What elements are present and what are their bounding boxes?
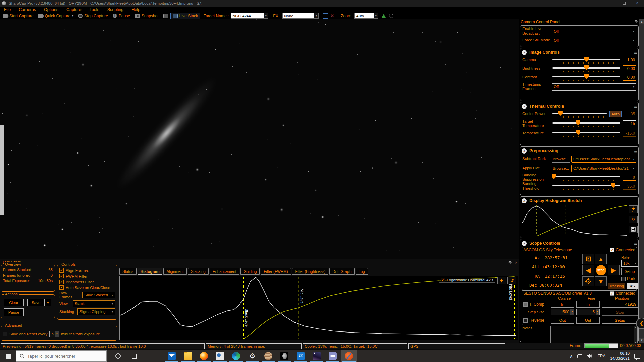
reverse-checkbox[interactable]: Reverse [523, 318, 544, 323]
search-input[interactable] [27, 354, 98, 359]
brightness-value[interactable]: 0,00 [623, 65, 636, 72]
collapse-section-icon[interactable]: ∧ [522, 104, 527, 109]
chevron-down-icon[interactable]: ▾ [72, 14, 73, 17]
taskbar-item-capture-tool[interactable] [212, 350, 228, 362]
reticle-tool-icon[interactable] [389, 14, 393, 18]
tracking-button[interactable]: Tracking [608, 283, 625, 289]
taskbar-item-discord[interactable] [325, 350, 341, 362]
start-button[interactable] [0, 350, 16, 362]
flat-file-select[interactable]: C:\Users\SharkFleet\Desktop\21_2...▾ [571, 165, 636, 172]
snapshot-button[interactable]: Snapshot [135, 14, 159, 18]
taskbar-item-sharpcap[interactable] [341, 350, 357, 362]
section-menu-icon[interactable]: ≡ [634, 148, 637, 154]
dark-file-select[interactable]: C:\Users\SharkFleet\Desktop\dark...▾ [571, 156, 636, 163]
auto-save-checkbox[interactable]: ✓Auto Save on Clear/Close [57, 285, 117, 290]
tab-log[interactable]: Log [356, 268, 368, 275]
section-menu-icon[interactable]: ≡ [634, 241, 637, 246]
raw-frames-select[interactable]: Save Stacked▾ [82, 292, 115, 298]
target-temperature-value[interactable]: -15 [623, 120, 636, 127]
park-checkbox[interactable]: Park [621, 276, 635, 281]
reset-stretch-button[interactable]: ↺ [507, 277, 516, 284]
notes-textarea[interactable]: ▲▼ [550, 326, 638, 344]
gamma-value[interactable]: 1,00 [623, 57, 636, 63]
tab-enhancement[interactable]: Enhancement [210, 268, 239, 275]
tab-filter-fwhm[interactable]: Filter (FWHM) [261, 268, 291, 275]
coarse-out-button[interactable]: Out [551, 317, 574, 324]
maximize-button[interactable] [617, 0, 631, 7]
taskbar-item-edge[interactable] [228, 350, 244, 362]
section-menu-icon[interactable]: ≡ [634, 198, 637, 204]
taskbar-clock[interactable]: 06:10 14/03/2021 [610, 351, 630, 361]
clear-selection-icon[interactable]: ✕ [330, 13, 334, 18]
mini-reset-stretch-button[interactable]: ↺ [629, 216, 638, 223]
pause-button[interactable]: Pause [113, 14, 130, 18]
focuser-connected-checkbox[interactable]: ✓ [610, 291, 614, 296]
volume-icon[interactable] [587, 354, 593, 358]
taskbar-item-moon-atlas[interactable] [276, 350, 292, 362]
brightness-filter-checkbox[interactable]: ✓Brightness Filter [57, 279, 117, 285]
fine-step-stepper[interactable]: 5▴▾ [576, 309, 600, 315]
taskbar-search[interactable] [16, 350, 107, 362]
coarse-in-button[interactable]: In [551, 301, 574, 308]
tray-chevron-up-icon[interactable]: ∧ [570, 354, 573, 359]
pin-icon[interactable] [508, 260, 512, 265]
collapse-section-icon[interactable]: ∧ [522, 50, 527, 55]
menu-item-tools[interactable]: Tools [89, 7, 99, 12]
tab-alignment[interactable]: Alignment [163, 268, 186, 275]
pin-icon[interactable] [635, 19, 638, 24]
mount-connected-checkbox[interactable]: ✓ [610, 248, 614, 252]
fine-in-button[interactable]: In [576, 301, 600, 308]
tab-stacking[interactable]: Stacking [188, 268, 209, 275]
taskbar-item-explorer[interactable] [180, 350, 196, 362]
timestamp-frames-select[interactable]: Off▾ [552, 83, 636, 90]
scroll-down-icon[interactable]: ▼ [639, 338, 644, 343]
menu-item-capture[interactable]: Capture [66, 7, 81, 12]
collapse-section-icon[interactable]: ∧ [522, 198, 527, 203]
stop-capture-button[interactable]: Stop Capture [78, 14, 108, 18]
focuser-setup-button[interactable]: Setup [602, 317, 638, 324]
browse-dark-button[interactable]: Browse... [552, 156, 570, 163]
gamma-slider[interactable] [552, 56, 621, 64]
close-panel-icon[interactable]: × [515, 260, 517, 265]
chevron-down-icon[interactable]: ▾ [264, 13, 268, 18]
main-image-viewport[interactable] [0, 19, 519, 259]
live-stack-button[interactable]: Live Stack [170, 13, 200, 19]
goto-target-button[interactable] [582, 276, 594, 286]
save-button[interactable]: Save [27, 299, 45, 306]
collapse-section-icon[interactable]: ∧ [522, 241, 527, 246]
close-button[interactable]: × [631, 0, 644, 7]
banding-suppression-slider[interactable] [552, 173, 621, 181]
tab-drift-graph[interactable]: Drift Graph [329, 268, 354, 275]
slew-right-button[interactable]: ▶ [608, 265, 620, 275]
banding-suppression-value[interactable]: 0 [623, 174, 636, 181]
section-menu-icon[interactable]: ≡ [634, 50, 637, 55]
stepper-arrows-icon[interactable]: ▴▾ [55, 331, 59, 337]
tab-status[interactable]: Status [119, 268, 137, 275]
contrast-slider[interactable] [552, 73, 621, 81]
minutes-stepper[interactable]: 5▴▾ [49, 331, 59, 337]
tab-filter-brightness[interactable]: Filter (Brightness) [292, 268, 329, 275]
slew-up-button[interactable]: ▲ [595, 254, 607, 264]
auto-stretch-button[interactable] [497, 277, 506, 284]
t-comp-checkbox[interactable]: T. Comp [523, 302, 544, 307]
save-dropdown-button[interactable]: ▾ [45, 299, 51, 306]
fine-out-button[interactable]: Out [576, 317, 600, 324]
pause-stack-button[interactable]: Pause [4, 308, 24, 316]
taskbar-item-mail[interactable] [164, 350, 180, 362]
start-capture-button[interactable]: Start Capture [3, 14, 33, 18]
log-axis-checkbox[interactable]: ✓ Logarithmic Horizontal Axis [439, 277, 495, 283]
display-monitor-button[interactable] [163, 14, 168, 18]
clear-button[interactable]: Clear [4, 299, 24, 306]
stepper-arrows-icon[interactable]: ▴▾ [570, 309, 574, 315]
target-name-select[interactable]: NGC 4244 ▾ [231, 13, 268, 19]
stepper-arrows-icon[interactable]: ▴▾ [596, 309, 599, 315]
browse-flat-button[interactable]: Browse... [552, 165, 570, 172]
mini-auto-stretch-button[interactable] [629, 205, 638, 213]
chevron-down-icon[interactable]: ▾ [314, 13, 318, 18]
menu-item-cameras[interactable]: Cameras [19, 7, 36, 12]
scrollbar-thumb[interactable] [0, 125, 4, 215]
taskbar-item-firefox[interactable] [196, 350, 212, 362]
menu-item-help[interactable]: Help [131, 7, 140, 12]
display-histogram-chart[interactable] [522, 205, 627, 236]
minimize-button[interactable]: – [604, 0, 617, 7]
